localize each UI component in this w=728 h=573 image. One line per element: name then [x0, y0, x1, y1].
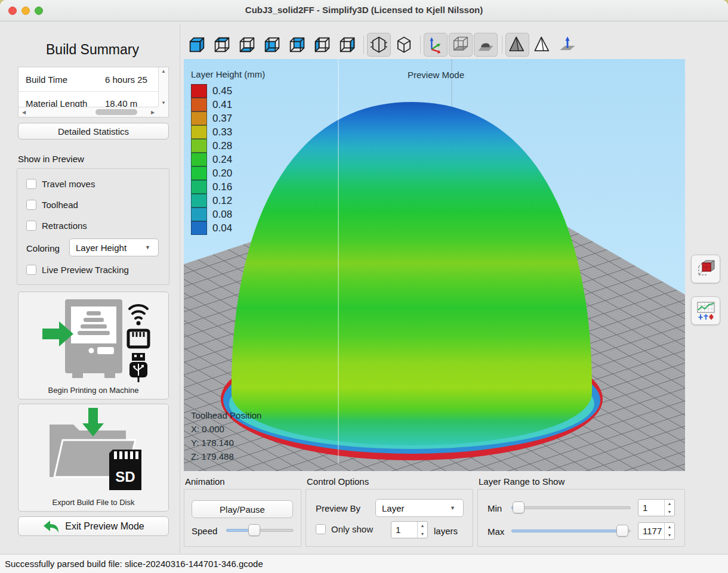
- view-toolbar: [185, 32, 581, 57]
- only-show-layers-value[interactable]: 1: [391, 522, 417, 538]
- view-back-button[interactable]: [285, 33, 309, 57]
- spin-down-icon[interactable]: ▼: [418, 530, 427, 538]
- only-show-layers-spinner[interactable]: 1 ▲▼: [391, 521, 428, 538]
- build-time-label: Build Time: [18, 75, 105, 85]
- view-left-button[interactable]: [310, 33, 334, 57]
- app-window: CubJ3_solid2FF - Simplify3D (Licensed to…: [0, 0, 728, 573]
- normals-orientation-button[interactable]: [556, 33, 579, 57]
- show-shadow-button[interactable]: [474, 33, 498, 57]
- solid-model-render-button[interactable]: [505, 33, 529, 57]
- detailed-statistics-button[interactable]: Detailed Statistics: [18, 123, 169, 140]
- min-layer-value[interactable]: 1: [638, 500, 664, 516]
- chevron-down-icon: ▼: [450, 505, 463, 511]
- view-front-button[interactable]: [260, 33, 284, 57]
- window-title: CubJ3_solid2FF - Simplify3D (Licensed to…: [0, 5, 728, 15]
- toolbar-separator: [502, 36, 502, 54]
- scroll-down-icon[interactable]: ▼: [159, 100, 168, 106]
- slider-handle[interactable]: [248, 524, 260, 536]
- preview-by-dropdown[interactable]: Layer ▼: [375, 499, 464, 517]
- begin-printing-button[interactable]: Begin Printing on Machine: [18, 292, 169, 399]
- retractions-checkbox[interactable]: [26, 221, 36, 231]
- scrollbar-thumb[interactable]: [95, 109, 137, 115]
- toolhead-checkbox[interactable]: [26, 200, 36, 210]
- spinner-arrows[interactable]: ▲▼: [417, 522, 427, 538]
- toolhead-x: X: 0.000: [191, 422, 261, 436]
- animation-section-label: Animation: [185, 476, 225, 487]
- legend-swatch: [191, 111, 207, 125]
- cross-section-tool-button[interactable]: [691, 255, 720, 283]
- title-bar: CubJ3_solid2FF - Simplify3D (Licensed to…: [0, 0, 728, 21]
- slider-fill: [511, 529, 627, 532]
- wireframe-model-render-button[interactable]: [530, 33, 554, 57]
- live-preview-tracking-label: Live Preview Tracking: [42, 265, 129, 275]
- exit-preview-mode-label: Exit Preview Mode: [65, 521, 144, 532]
- spinner-arrows[interactable]: ▲▼: [664, 500, 674, 516]
- max-layer-spinner[interactable]: 1177 ▲▼: [638, 522, 675, 540]
- max-layer-slider[interactable]: [511, 525, 631, 537]
- legend-value: 0.37: [212, 113, 232, 125]
- preview-3d-viewport[interactable]: Layer Height (mm) 0.45 0.41 0.37 0.33 0.…: [184, 59, 685, 471]
- view-right-button[interactable]: [335, 33, 359, 57]
- slider-handle[interactable]: [513, 501, 525, 513]
- legend-swatch: [191, 153, 207, 166]
- toolhead-position-readout: Toolhead Position X: 0.000 Y: 178.140 Z:…: [191, 408, 261, 463]
- show-axes-button[interactable]: [424, 33, 448, 57]
- spin-up-icon[interactable]: ▲: [418, 522, 427, 530]
- perspective-projection-button[interactable]: [367, 33, 391, 57]
- toolhead-y: Y: 178.140: [191, 436, 261, 450]
- show-build-volume-button[interactable]: [449, 33, 473, 57]
- spinner-arrows[interactable]: ▲▼: [664, 523, 674, 539]
- shadow-icon: [477, 36, 495, 54]
- cube-solid-icon: [188, 36, 206, 54]
- scroll-up-icon[interactable]: ▲: [159, 69, 168, 74]
- view-top-button[interactable]: [210, 33, 234, 57]
- speed-slider[interactable]: [226, 524, 294, 536]
- max-layer-value[interactable]: 1177: [638, 523, 664, 539]
- arrow-plane-icon: [559, 36, 576, 54]
- spin-up-icon[interactable]: ▲: [665, 523, 674, 531]
- chevron-down-icon: ▼: [145, 244, 158, 250]
- coloring-value: Layer Height: [70, 243, 145, 253]
- vertical-scrollbar[interactable]: ▲ ▼: [158, 67, 168, 107]
- min-layer-spinner[interactable]: 1 ▲▼: [638, 499, 675, 516]
- spin-down-icon[interactable]: ▼: [665, 531, 674, 540]
- only-show-label: Only show: [331, 524, 373, 534]
- legend-swatch: [191, 84, 207, 98]
- view-default-cube-button[interactable]: [185, 33, 209, 57]
- travel-moves-checkbox[interactable]: [26, 179, 36, 189]
- build-summary-table: Build Time 6 hours 25 Material Length 18…: [18, 67, 169, 117]
- play-pause-button[interactable]: Play/Pause: [192, 500, 293, 518]
- svg-text:SD: SD: [115, 469, 135, 485]
- exit-preview-mode-button[interactable]: Exit Preview Mode: [18, 516, 169, 536]
- export-build-file-button[interactable]: SD Export Build File to Disk: [18, 404, 169, 512]
- orthographic-projection-button[interactable]: [392, 33, 416, 57]
- variable-settings-wizard-button[interactable]: [691, 296, 720, 325]
- material-length-value: 18.40 m: [105, 98, 137, 107]
- layer-height-legend: Layer Height (mm) 0.45 0.41 0.37 0.33 0.…: [191, 69, 265, 235]
- toolbar-separator: [363, 36, 364, 54]
- spin-up-icon[interactable]: ▲: [665, 500, 674, 508]
- back-arrow-icon: [42, 519, 60, 534]
- perspective-icon: [370, 36, 388, 54]
- only-show-checkbox[interactable]: [316, 524, 326, 534]
- toolbar-separator: [420, 36, 421, 54]
- retractions-label: Retractions: [42, 221, 87, 231]
- slider-handle[interactable]: [616, 525, 628, 537]
- coloring-label: Coloring: [26, 243, 60, 253]
- build-time-value: 6 hours 25: [105, 75, 147, 85]
- scroll-right-icon[interactable]: ▶: [148, 110, 158, 115]
- slider-track[interactable]: [511, 506, 631, 509]
- legend-value: 0.41: [212, 99, 232, 111]
- legend-value: 0.33: [212, 126, 232, 138]
- view-bottom-button[interactable]: [235, 33, 259, 57]
- coloring-dropdown[interactable]: Layer Height ▼: [69, 239, 159, 256]
- live-preview-row: Live Preview Tracking: [26, 265, 129, 275]
- scroll-left-icon[interactable]: ◀: [19, 110, 29, 115]
- live-preview-tracking-checkbox[interactable]: [26, 265, 36, 275]
- filled-triangle-icon: [508, 36, 526, 54]
- min-layer-slider[interactable]: [511, 501, 631, 513]
- spin-down-icon[interactable]: ▼: [665, 508, 674, 516]
- horizontal-scrollbar[interactable]: ◀ ▶: [18, 107, 158, 117]
- animation-group: Play/Pause Speed: [184, 489, 301, 547]
- table-row: Material Length 18.40 m: [18, 91, 158, 107]
